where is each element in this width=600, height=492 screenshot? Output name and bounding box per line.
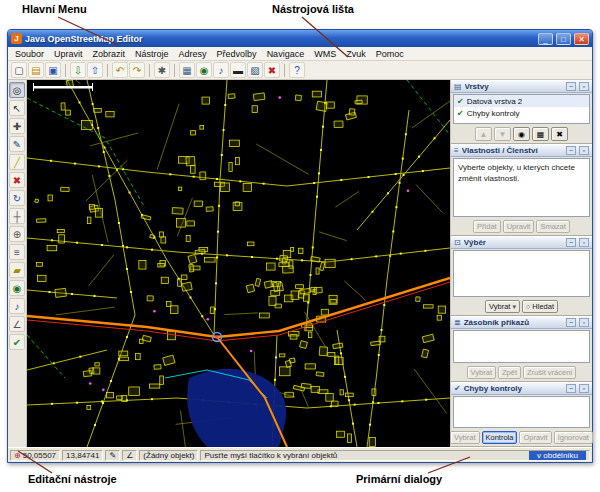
maximize-button[interactable]: □ bbox=[556, 33, 571, 45]
add-property-button[interactable]: Přidat bbox=[473, 220, 501, 233]
validate-button[interactable]: Kontrola bbox=[482, 431, 518, 444]
stack-redo-button[interactable]: Zrušit vrácení bbox=[523, 366, 576, 379]
validation-panel: ✔ Chyby kontroly − ▫ Vybrat Kontrola Opr… bbox=[451, 382, 592, 447]
properties-panel-header[interactable]: ≡ Vlastnosti / Členství − ▫ bbox=[451, 144, 592, 157]
delete-property-button[interactable]: Smazat bbox=[536, 220, 569, 233]
layers-panel: ▤ Vrstvy − ▫ ✔ Datová vrstva 2 ✔ Chyby k… bbox=[451, 80, 592, 144]
check-icon[interactable]: ✔ bbox=[457, 109, 464, 118]
layer-visibility-button[interactable]: ◉ bbox=[513, 127, 530, 141]
edit-property-button[interactable]: Upravit bbox=[503, 220, 535, 233]
fix-button[interactable]: Opravit bbox=[519, 431, 551, 444]
upload-data-button[interactable]: ⇧ bbox=[87, 62, 103, 78]
move-tool[interactable]: ✚ bbox=[9, 118, 25, 134]
rotate-tool[interactable]: ↻ bbox=[9, 190, 25, 206]
close-icon[interactable]: ▫ bbox=[579, 384, 589, 393]
pin-icon[interactable]: − bbox=[566, 318, 576, 327]
menu-bar: SouborUpravitZobrazitNástrojeAdresyPředv… bbox=[8, 47, 592, 61]
close-icon[interactable]: ▫ bbox=[579, 82, 589, 91]
split-way-tool[interactable]: ┼ bbox=[9, 208, 25, 224]
area-tool[interactable]: ▰ bbox=[9, 262, 25, 278]
pin-icon[interactable]: − bbox=[566, 82, 576, 91]
audio-tool[interactable]: ♪ bbox=[9, 298, 25, 314]
save-file-button[interactable]: ▣ bbox=[45, 62, 61, 78]
validation-list[interactable] bbox=[453, 396, 590, 428]
select-tool[interactable]: ↖ bbox=[9, 100, 25, 116]
layers-panel-header[interactable]: ▤ Vrstvy − ▫ bbox=[451, 80, 592, 93]
close-icon[interactable]: ▫ bbox=[579, 238, 589, 247]
undo-button[interactable]: ↶ bbox=[112, 62, 128, 78]
select-button[interactable]: Vybrat ▾ bbox=[485, 300, 520, 313]
selection-list[interactable] bbox=[453, 250, 590, 297]
app-window: J Java OpenStreetMap Editor _ □ ✕ Soubor… bbox=[7, 29, 593, 463]
delete-tool[interactable]: ✖ bbox=[9, 172, 25, 188]
menu-item-pomoc[interactable]: Pomoc bbox=[371, 49, 409, 59]
layer-down-button[interactable]: ▼ bbox=[494, 127, 511, 141]
remove-button[interactable]: ✖ bbox=[264, 62, 280, 78]
check-icon[interactable]: ✔ bbox=[457, 97, 464, 106]
annotation-primary-dialogs: Primární dialogy bbox=[356, 473, 442, 485]
command-stack-list[interactable] bbox=[453, 330, 590, 363]
menu-item-zvuk[interactable]: Zvuk bbox=[341, 49, 371, 59]
stack-undo-button[interactable]: Zpět bbox=[498, 366, 521, 379]
vehicle-button[interactable]: ▬ bbox=[230, 62, 246, 78]
menu-item-adresy[interactable]: Adresy bbox=[174, 49, 212, 59]
map-canvas[interactable] bbox=[27, 80, 450, 447]
audio-button[interactable]: ♪ bbox=[213, 62, 229, 78]
zoom-tool[interactable]: ◎ bbox=[9, 82, 25, 98]
gps-marker-button[interactable]: ◉ bbox=[196, 62, 212, 78]
command-stack-header[interactable]: ≣ Zásobník příkazů − ▫ bbox=[451, 316, 592, 329]
validation-panel-title: Chyby kontroly bbox=[464, 384, 563, 393]
chevron-down-icon: ▾ bbox=[512, 303, 516, 310]
close-icon[interactable]: ▫ bbox=[579, 146, 589, 155]
window-title: Java OpenStreetMap Editor bbox=[25, 34, 535, 44]
gps-tool[interactable]: ◉ bbox=[9, 280, 25, 296]
menu-item-predvolby[interactable]: Předvolby bbox=[212, 49, 262, 59]
align-tool[interactable]: ≡ bbox=[9, 244, 25, 260]
menu-item-navigace[interactable]: Navigace bbox=[262, 49, 310, 59]
layer-up-button[interactable]: ▲ bbox=[475, 127, 492, 141]
properties-icon: ≡ bbox=[454, 146, 459, 155]
stack-select-button[interactable]: Vybrat bbox=[467, 366, 496, 379]
draw-way-tool[interactable]: ╱ bbox=[9, 154, 25, 170]
pin-icon[interactable]: − bbox=[566, 384, 576, 393]
pencil-status-field: ✎ bbox=[105, 450, 120, 461]
close-button[interactable]: ✕ bbox=[574, 33, 589, 45]
draw-node-tool[interactable]: ✎ bbox=[9, 136, 25, 152]
open-file-button[interactable]: ▤ bbox=[28, 62, 44, 78]
selection-button-row: Vybrat ▾ ○ Hledat bbox=[451, 298, 592, 315]
layer-row-data[interactable]: ✔ Datová vrstva 2 bbox=[454, 95, 589, 107]
validate-tool[interactable]: ✔ bbox=[9, 334, 25, 350]
pin-icon[interactable]: − bbox=[566, 146, 576, 155]
layer-row-validation[interactable]: ✔ Chyby kontroly bbox=[454, 107, 589, 119]
pin-icon[interactable]: − bbox=[566, 238, 576, 247]
longitude-field: 13,84741 bbox=[62, 450, 103, 461]
redo-button[interactable]: ↷ bbox=[129, 62, 145, 78]
ignore-button[interactable]: Ignorovat bbox=[554, 431, 593, 444]
layer-delete-button[interactable]: ✖ bbox=[551, 127, 568, 141]
preferences-button[interactable]: ✱ bbox=[154, 62, 170, 78]
menu-item-soubor[interactable]: Soubor bbox=[10, 49, 49, 59]
menu-item-upravit[interactable]: Upravit bbox=[49, 49, 88, 59]
app-icon: J bbox=[11, 33, 22, 44]
title-bar[interactable]: J Java OpenStreetMap Editor _ □ ✕ bbox=[8, 30, 592, 47]
longitude-value: 13,84741 bbox=[66, 451, 99, 460]
screen-button[interactable]: ▧ bbox=[247, 62, 263, 78]
minimize-button[interactable]: _ bbox=[538, 33, 553, 45]
search-button[interactable]: ○ Hledat bbox=[522, 300, 558, 313]
download-data-button[interactable]: ⇩ bbox=[70, 62, 86, 78]
help-button[interactable]: ? bbox=[289, 62, 305, 78]
wms-layers-button[interactable]: ▦ bbox=[179, 62, 195, 78]
help-text: Pusťte myší tlačítko k vybrání objektů bbox=[204, 451, 337, 460]
menu-item-wms[interactable]: WMS bbox=[309, 49, 341, 59]
menu-item-zobrazit[interactable]: Zobrazit bbox=[88, 49, 131, 59]
layer-merge-button[interactable]: ▦ bbox=[532, 127, 549, 141]
merge-tool[interactable]: ⊕ bbox=[9, 226, 25, 242]
menu-item-nastroje[interactable]: Nástroje bbox=[130, 49, 174, 59]
new-file-button[interactable]: ▢ bbox=[11, 62, 27, 78]
selection-panel-header[interactable]: ⊡ Výběr − ▫ bbox=[451, 236, 592, 249]
validation-select-button[interactable]: Vybrat bbox=[450, 431, 479, 444]
measure-tool[interactable]: ∠ bbox=[9, 316, 25, 332]
layers-list[interactable]: ✔ Datová vrstva 2 ✔ Chyby kontroly bbox=[453, 94, 590, 124]
close-icon[interactable]: ▫ bbox=[579, 318, 589, 327]
validation-panel-header[interactable]: ✔ Chyby kontroly − ▫ bbox=[451, 382, 592, 395]
